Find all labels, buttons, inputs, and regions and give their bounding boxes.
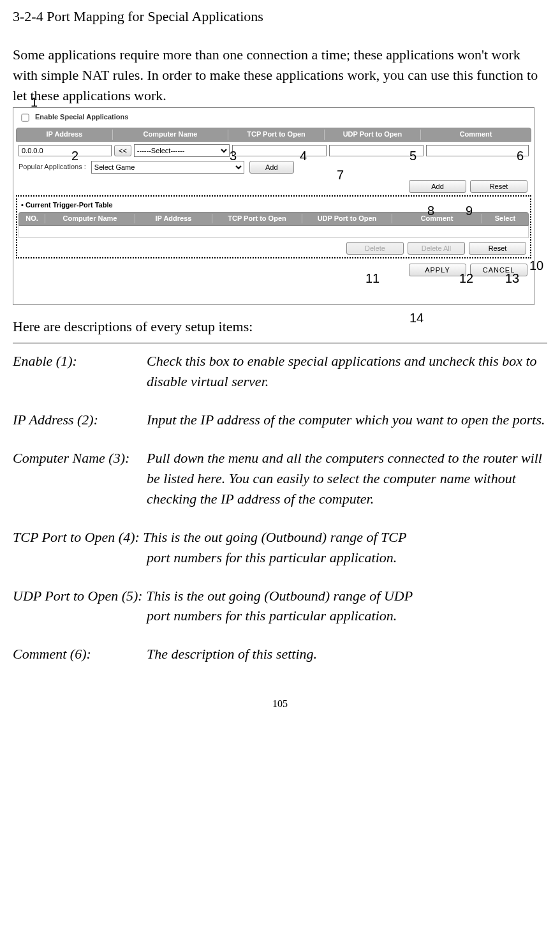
desc-tcp-first: This is the out going (Outbound) range o… xyxy=(143,529,406,545)
apply-button[interactable]: APPLY xyxy=(409,264,466,276)
callout-9: 9 xyxy=(466,202,473,220)
delete-button[interactable]: Delete xyxy=(346,242,404,255)
hdr-computer: Computer Name xyxy=(113,130,228,140)
computer-name-select[interactable]: ------Select------ xyxy=(134,144,230,157)
desc-ip: Input the IP address of the computer whi… xyxy=(147,410,547,430)
hdr-udp: UDP Port to Open xyxy=(325,130,421,140)
term-udp: UDP Port to Open (5): xyxy=(13,588,146,604)
add-button[interactable]: Add xyxy=(409,180,466,193)
desc-computer-name: Pull down the menu and all the computers… xyxy=(147,448,547,509)
tcp-port-input[interactable] xyxy=(232,145,327,156)
popular-apps-select[interactable]: Select Game xyxy=(91,161,244,174)
trigger-title: Current Trigger-Port Table xyxy=(26,201,113,209)
descriptions-intro: Here are descriptions of every setup ite… xyxy=(13,317,547,337)
callout-4: 4 xyxy=(300,147,307,165)
callout-10: 10 xyxy=(529,257,543,275)
callout-11: 11 xyxy=(365,269,379,288)
router-config-screenshot: Enable Special Applications IP Address C… xyxy=(13,107,534,305)
trigger-table-body xyxy=(18,226,529,238)
desc-tcp-cont: port numbers for this particular applica… xyxy=(13,548,547,568)
top-table-header: IP Address Computer Name TCP Port to Ope… xyxy=(16,128,531,142)
callout-14: 14 xyxy=(409,309,424,327)
term-tcp: TCP Port to Open (4): xyxy=(13,529,143,545)
hdr-ip: IP Address xyxy=(17,130,113,140)
popular-add-button[interactable]: Add xyxy=(249,161,294,174)
term-ip: IP Address (2): xyxy=(13,410,147,430)
callout-6: 6 xyxy=(517,147,524,165)
hdr2-udp: UDP Port to Open xyxy=(302,214,392,224)
section-heading: 3-2-4 Port Mapping for Special Applicati… xyxy=(13,6,547,27)
desc-udp-cont: port numbers for this particular applica… xyxy=(13,606,547,626)
hdr2-select: Select xyxy=(482,214,528,224)
comment-input[interactable] xyxy=(426,145,529,156)
term-enable: Enable (1): xyxy=(13,351,147,392)
callout-3: 3 xyxy=(230,147,237,165)
callout-5: 5 xyxy=(409,147,416,165)
delete-all-button[interactable]: Delete All xyxy=(408,242,465,255)
desc-enable: Check this box to enable special applica… xyxy=(147,351,547,392)
trigger-table-box: • Current Trigger-Port Table NO. Compute… xyxy=(16,195,531,258)
term-comment: Comment (6): xyxy=(13,644,147,664)
hdr-comment: Comment xyxy=(421,130,531,140)
callout-1: 1 xyxy=(31,93,38,112)
ip-address-input[interactable] xyxy=(18,145,112,156)
callout-2: 2 xyxy=(71,147,78,165)
enable-checkbox[interactable] xyxy=(21,114,29,121)
reset-button[interactable]: Reset xyxy=(470,180,527,193)
callout-13: 13 xyxy=(505,269,519,288)
desc-udp-first: This is the out going (Outbound) range o… xyxy=(146,588,413,604)
hdr2-ip: IP Address xyxy=(135,214,212,224)
intro-paragraph: Some applications require more than one … xyxy=(13,45,547,106)
desc-comment: The description of this setting. xyxy=(147,644,547,664)
hdr2-computer: Computer Name xyxy=(45,214,135,224)
callout-7: 7 xyxy=(337,166,344,184)
hdr2-no: NO. xyxy=(19,214,45,224)
enable-label: Enable Special Applications xyxy=(35,112,128,123)
reset2-button[interactable]: Reset xyxy=(469,242,526,255)
term-computer-name: Computer Name (3): xyxy=(13,448,147,509)
callout-12: 12 xyxy=(459,269,473,288)
hdr-tcp: TCP Port to Open xyxy=(228,130,325,140)
hdr2-tcp: TCP Port to Open xyxy=(212,214,302,224)
separator xyxy=(13,343,547,343)
assign-button[interactable]: << xyxy=(114,145,131,156)
page-number: 105 xyxy=(13,696,547,711)
callout-8: 8 xyxy=(427,202,434,220)
